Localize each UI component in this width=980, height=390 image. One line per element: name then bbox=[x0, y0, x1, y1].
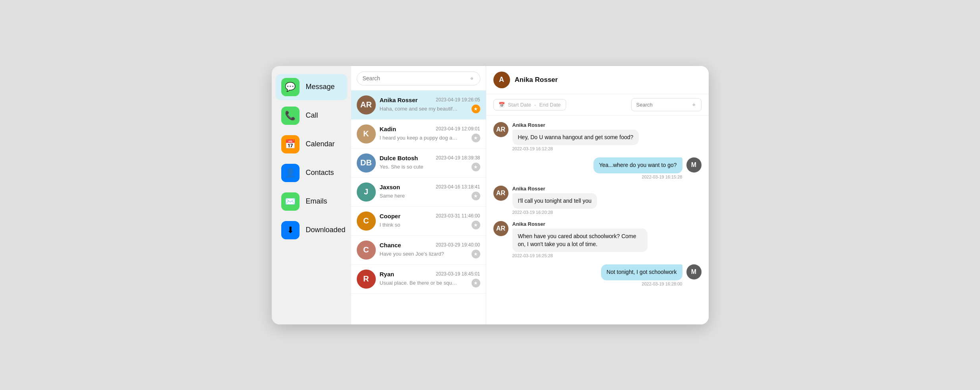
conversation-item[interactable]: AR Anika Rosser 2023-04-19 19:26:05 Haha… bbox=[351, 91, 486, 120]
start-date-label: Start Date bbox=[508, 102, 532, 108]
conversation-item[interactable]: C Cooper 2023-03-31 11:46:00 I think so … bbox=[351, 207, 486, 236]
chat-search-wrap[interactable]: ⚬ bbox=[631, 98, 702, 111]
conv-header: Anika Rosser 2023-04-19 19:26:05 bbox=[380, 97, 480, 103]
conv-avatar: R bbox=[357, 270, 376, 289]
chat-header-name: Anika Rosser bbox=[515, 76, 558, 84]
conversation-search-container: ⚬ bbox=[351, 66, 486, 91]
message-row: M Not tonight, I got schoolwork 2022-03-… bbox=[493, 264, 702, 286]
msg-time: 2022-03-19 16:25:28 bbox=[512, 253, 648, 258]
conv-header: Ryan 2023-03-19 18:45:01 bbox=[380, 271, 480, 277]
conv-header: Chance 2023-03-29 19:40:00 bbox=[380, 242, 480, 248]
chat-search-input[interactable] bbox=[636, 102, 688, 108]
calendar-icon: 📅 bbox=[499, 102, 505, 108]
sidebar-item-downloaded[interactable]: ⬇ Downloaded bbox=[276, 217, 347, 243]
conv-info: Anika Rosser 2023-04-19 19:26:05 Haha, c… bbox=[380, 97, 480, 113]
msg-content: Anika Rosser When have you cared about s… bbox=[512, 221, 648, 258]
msg-sender: Anika Rosser bbox=[512, 122, 639, 128]
msg-content: Not tonight, I got schoolwork 2022-03-19… bbox=[601, 264, 682, 286]
conv-header: Dulce Botosh 2023-04-19 18:39:38 bbox=[380, 155, 480, 161]
conv-avatar: C bbox=[357, 241, 376, 260]
conv-preview: I think so bbox=[380, 222, 400, 228]
sidebar-label-downloaded: Downloaded bbox=[306, 226, 346, 234]
conversation-item[interactable]: DB Dulce Botosh 2023-04-19 18:39:38 Yes.… bbox=[351, 149, 486, 178]
message-row: AR Anika Rosser Hey, Do U wanna hangout … bbox=[493, 122, 702, 151]
conv-avatar: J bbox=[357, 182, 376, 202]
downloaded-icon: ⬇ bbox=[281, 221, 300, 239]
msg-bubble: Yea...where do you want to go? bbox=[593, 157, 682, 173]
contacts-icon: 👤 bbox=[281, 164, 300, 182]
chat-toolbar: 📅 Start Date - End Date ⚬ bbox=[486, 94, 709, 116]
conv-avatar: DB bbox=[357, 153, 376, 173]
conv-preview: Have you seen Joe's lizard? bbox=[380, 251, 444, 257]
conversation-item[interactable]: C Chance 2023-03-29 19:40:00 Have you se… bbox=[351, 236, 486, 265]
msg-time: 2022-03-19 16:20:28 bbox=[512, 210, 597, 215]
msg-avatar: M bbox=[686, 157, 702, 173]
conversation-item[interactable]: K Kadin 2023-04-19 12:09:01 I heard you … bbox=[351, 120, 486, 149]
conversation-items-container: AR Anika Rosser 2023-04-19 19:26:05 Haha… bbox=[351, 91, 486, 294]
conv-badge: ★ bbox=[472, 192, 480, 200]
message-row: M Yea...where do you want to go? 2022-03… bbox=[493, 157, 702, 179]
msg-time: 2022-03-19 16:28:00 bbox=[642, 281, 682, 286]
sidebar: 💬 Message 📞 Call 📅 Calendar 👤 Contacts ✉… bbox=[272, 66, 351, 324]
conv-bottom: Have you seen Joe's lizard? ★ bbox=[380, 250, 480, 258]
conv-badge: ★ bbox=[472, 279, 480, 287]
conv-name: Anika Rosser bbox=[380, 97, 418, 103]
conv-bottom: I heard you keep a puppy dog as a pet? ★ bbox=[380, 134, 480, 142]
conversation-search-wrap[interactable]: ⚬ bbox=[357, 72, 480, 85]
conv-preview: Usual place. Be there or be square bbox=[380, 280, 459, 286]
date-separator: - bbox=[534, 102, 536, 108]
msg-bubble: When have you cared about schoolwork? Co… bbox=[512, 229, 648, 252]
sidebar-item-emails[interactable]: ✉️ Emails bbox=[276, 188, 347, 215]
conv-info: Chance 2023-03-29 19:40:00 Have you seen… bbox=[380, 242, 480, 258]
conv-badge: ★ bbox=[472, 105, 480, 113]
conv-time: 2023-04-19 19:26:05 bbox=[436, 97, 480, 103]
date-filter[interactable]: 📅 Start Date - End Date bbox=[493, 99, 566, 111]
sidebar-item-message[interactable]: 💬 Message bbox=[276, 74, 347, 100]
conv-info: Ryan 2023-03-19 18:45:01 Usual place. Be… bbox=[380, 271, 480, 287]
sidebar-item-calendar[interactable]: 📅 Calendar bbox=[276, 131, 347, 157]
conv-bottom: Yes. She is so cute ★ bbox=[380, 163, 480, 171]
msg-avatar: AR bbox=[493, 122, 508, 137]
end-date-label: End Date bbox=[539, 102, 561, 108]
msg-avatar: AR bbox=[493, 221, 508, 236]
msg-sender: Anika Rosser bbox=[512, 221, 648, 227]
conv-avatar: K bbox=[357, 124, 376, 144]
sidebar-item-call[interactable]: 📞 Call bbox=[276, 103, 347, 129]
conv-info: Cooper 2023-03-31 11:46:00 I think so ★ bbox=[380, 213, 480, 229]
conv-info: Dulce Botosh 2023-04-19 18:39:38 Yes. Sh… bbox=[380, 155, 480, 171]
conv-preview: I heard you keep a puppy dog as a pet? bbox=[380, 135, 459, 141]
calendar-icon: 📅 bbox=[281, 135, 300, 153]
conv-preview: Same here bbox=[380, 193, 405, 199]
msg-content: Yea...where do you want to go? 2022-03-1… bbox=[593, 157, 682, 179]
chat-header: A Anika Rosser bbox=[486, 66, 709, 94]
conv-header: Cooper 2023-03-31 11:46:00 bbox=[380, 213, 480, 219]
conv-name: Dulce Botosh bbox=[380, 155, 418, 161]
app-container: 💬 Message 📞 Call 📅 Calendar 👤 Contacts ✉… bbox=[272, 66, 709, 324]
conv-header: Kadin 2023-04-19 12:09:01 bbox=[380, 126, 480, 132]
conv-header: Jaxson 2023-04-16 13:18:41 bbox=[380, 184, 480, 190]
conv-badge: ★ bbox=[472, 134, 480, 142]
conv-badge: ★ bbox=[472, 250, 480, 258]
conv-bottom: I think so ★ bbox=[380, 221, 480, 229]
conversation-search-input[interactable] bbox=[363, 75, 466, 81]
conversation-item[interactable]: J Jaxson 2023-04-16 13:18:41 Same here ★ bbox=[351, 178, 486, 207]
chat-header-avatar: A bbox=[493, 72, 510, 88]
conv-bottom: Haha, come and see my beautiful puppy. ★ bbox=[380, 105, 480, 113]
msg-time: 2022-03-19 16:12:28 bbox=[512, 146, 639, 151]
conv-preview: Yes. She is so cute bbox=[380, 164, 423, 170]
msg-bubble: I'll call you tonight and tell you bbox=[512, 193, 597, 209]
message-row: AR Anika Rosser I'll call you tonight an… bbox=[493, 186, 702, 215]
conv-name: Chance bbox=[380, 242, 401, 248]
conv-name: Kadin bbox=[380, 126, 396, 132]
conversation-item[interactable]: R Ryan 2023-03-19 18:45:01 Usual place. … bbox=[351, 265, 486, 294]
conv-time: 2023-03-31 11:46:00 bbox=[436, 213, 480, 219]
conv-name: Jaxson bbox=[380, 184, 400, 190]
chat-panel: A Anika Rosser 📅 Start Date - End Date ⚬… bbox=[486, 66, 709, 324]
msg-bubble: Hey, Do U wanna hangout and get some foo… bbox=[512, 130, 639, 146]
conv-bottom: Same here ★ bbox=[380, 192, 480, 200]
sidebar-label-contacts: Contacts bbox=[306, 169, 334, 177]
msg-bubble: Not tonight, I got schoolwork bbox=[601, 264, 682, 280]
sidebar-item-contacts[interactable]: 👤 Contacts bbox=[276, 160, 347, 186]
sidebar-label-call: Call bbox=[306, 111, 318, 120]
conv-time: 2023-03-19 18:45:01 bbox=[436, 271, 480, 277]
